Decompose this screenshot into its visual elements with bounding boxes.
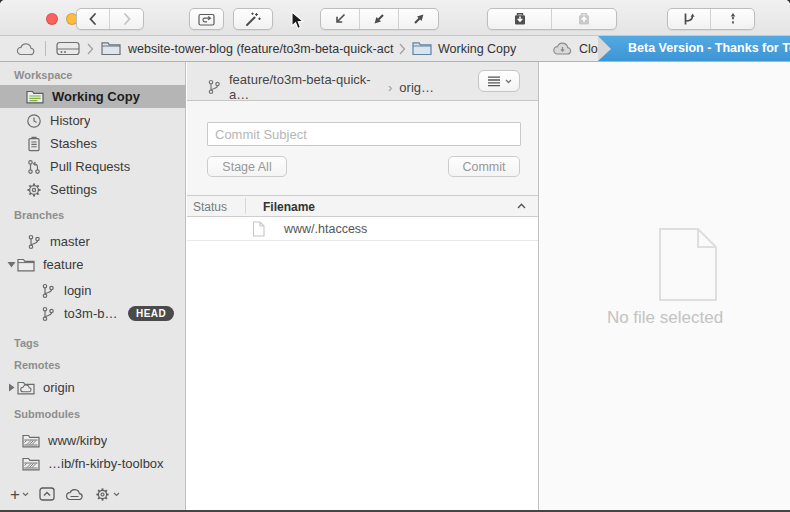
chevron-right-icon [121, 12, 133, 26]
column-header-filename[interactable]: Filename [263, 200, 315, 214]
quick-actions-segment [233, 8, 273, 30]
services-cloud-icon [65, 487, 85, 501]
clone-cloud-icon [552, 36, 574, 61]
submodule-folder-icon [22, 457, 40, 471]
path-bar: website-tower-blog (feature/to3m-beta-qu… [0, 36, 790, 62]
sidebar-submodule-toolbox[interactable]: …ib/fn-kirby-toolbox [0, 452, 186, 475]
branch-tracking-chevron: › [388, 80, 392, 95]
push-button[interactable] [399, 9, 438, 29]
breadcrumb-chevron-icon [86, 36, 94, 61]
section-header-submodules: Submodules [14, 408, 80, 424]
file-table-header[interactable]: Status Filename [187, 195, 538, 217]
branch-header: feature/to3m-beta-quick-a… › orig… [187, 62, 538, 101]
sort-ascending-icon [517, 203, 526, 209]
cloud-status-icon[interactable] [16, 36, 37, 61]
column-header-status[interactable]: Status [193, 200, 227, 214]
sidebar-branch-to3m[interactable]: to3m-b… HEAD [0, 302, 186, 325]
open-repository-button[interactable] [190, 9, 223, 29]
gear-icon [95, 487, 110, 502]
view-options-button[interactable] [478, 70, 520, 92]
breadcrumb-working-copy[interactable]: Working Copy [438, 36, 516, 61]
content-area: Workspace Working Copy History Stashes P… [0, 62, 790, 510]
merge-rebase-segment [667, 8, 755, 30]
pull-request-icon [26, 159, 42, 175]
stash-box-up-icon [576, 11, 592, 27]
sidebar-branch-folder-feature[interactable]: feature [0, 253, 186, 276]
sidebar-branch-master[interactable]: master [0, 230, 186, 253]
disclosure-collapsed-icon[interactable] [5, 383, 17, 392]
titlebar [0, 0, 790, 36]
stash-apply-button[interactable] [552, 9, 616, 29]
remote-folder-icon [17, 381, 35, 395]
sidebar-submodule-kirby[interactable]: www/kirby [0, 429, 186, 452]
gear-icon [26, 182, 42, 198]
column-divider[interactable] [245, 198, 246, 214]
disclosure-expanded-icon[interactable] [5, 261, 17, 268]
back-button[interactable] [77, 9, 110, 29]
add-repository-button[interactable]: + [10, 486, 29, 503]
fetch-arrow-icon [332, 11, 348, 27]
commit-button[interactable]: Commit [448, 156, 520, 177]
empty-file-icon [658, 227, 718, 302]
forward-button[interactable] [110, 9, 143, 29]
merge-button[interactable] [668, 9, 711, 29]
services-button[interactable] [65, 487, 85, 501]
rebase-dashed-arrow-icon [725, 11, 741, 27]
working-copy-panel: feature/to3m-beta-quick-a… › orig… Stage… [187, 62, 539, 510]
no-file-selected-message: No file selected [540, 308, 790, 328]
sidebar-item-working-copy[interactable]: Working Copy [0, 85, 186, 108]
file-icon [252, 221, 265, 237]
push-arrow-icon [411, 11, 427, 27]
chevron-down-icon [113, 492, 120, 497]
tracking-branch-label[interactable]: orig… [399, 80, 434, 95]
collapse-panel-button[interactable] [39, 487, 55, 501]
branch-icon [40, 283, 56, 299]
remote-actions-segment [320, 8, 439, 30]
list-lines-icon [487, 76, 501, 87]
sidebar-footer: + [0, 482, 186, 506]
computer-drive-icon[interactable] [56, 36, 80, 61]
branch-icon [40, 306, 56, 322]
repo-folder-icon [101, 36, 121, 61]
sidebar-remote-origin[interactable]: origin [0, 376, 186, 399]
sidebar-branch-login[interactable]: login [0, 279, 186, 302]
working-copy-folder-icon [26, 90, 44, 104]
actions-button[interactable] [95, 487, 120, 502]
close-window-button[interactable] [46, 13, 58, 25]
rebase-button[interactable] [711, 9, 754, 29]
sidebar-item-pull-requests[interactable]: Pull Requests [0, 155, 186, 178]
sidebar-item-history[interactable]: History [0, 109, 186, 132]
section-header-remotes: Remotes [14, 359, 60, 375]
beta-version-banner[interactable]: Beta Version - Thanks for Testi [598, 36, 790, 61]
sidebar: Workspace Working Copy History Stashes P… [0, 62, 186, 510]
breadcrumb-chevron-icon-2 [398, 36, 406, 61]
pull-button[interactable] [360, 9, 399, 29]
stash-box-down-icon [512, 11, 528, 27]
stage-all-button[interactable]: Stage All [207, 156, 287, 177]
stash-save-button[interactable] [488, 9, 552, 29]
current-branch-label[interactable]: feature/to3m-beta-quick-a… [229, 72, 381, 102]
pathbar-divider [45, 41, 46, 56]
chevron-down-icon [505, 79, 512, 84]
fetch-button[interactable] [321, 9, 360, 29]
beta-banner-label: Beta Version - Thanks for Testi [628, 41, 790, 55]
plus-icon: + [10, 486, 20, 503]
submodule-folder-icon [22, 434, 40, 448]
mouse-cursor [291, 11, 304, 30]
sidebar-item-stashes[interactable]: Stashes [0, 132, 186, 155]
commit-area: Stage All Commit [187, 101, 538, 195]
panel-chevron-icon [39, 487, 55, 501]
head-badge: HEAD [128, 306, 174, 321]
sidebar-item-settings[interactable]: Settings [0, 178, 186, 201]
file-row-htaccess[interactable]: www/.htaccess [187, 217, 538, 241]
working-copy-folder-icon [412, 36, 432, 61]
commit-subject-input[interactable] [207, 122, 521, 146]
file-detail-panel: No file selected [540, 62, 790, 510]
section-header-branches: Branches [14, 209, 64, 225]
clock-icon [26, 113, 42, 129]
pull-arrow-icon [371, 11, 387, 27]
history-nav-segment [76, 8, 144, 30]
clipboard-icon [26, 136, 42, 152]
quick-actions-wand-button[interactable] [234, 9, 272, 29]
breadcrumb-repo[interactable]: website-tower-blog (feature/to3m-beta-qu… [128, 36, 394, 61]
